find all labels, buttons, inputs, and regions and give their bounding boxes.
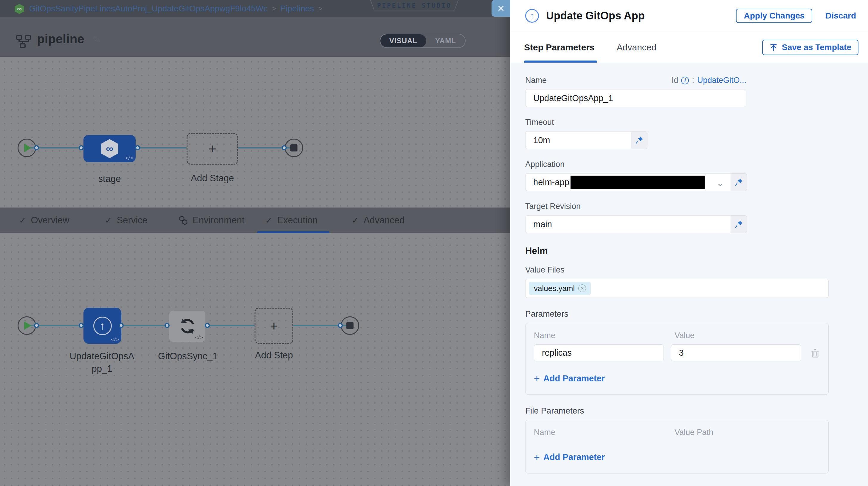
stage-node[interactable]: ∞ </> [84,135,135,162]
add-step-label: Add Step [244,350,304,361]
infinity-glyph: ∞ [17,5,22,13]
tab-step-parameters[interactable]: Step Parameters [524,42,595,53]
info-icon[interactable]: i [681,77,689,84]
target-revision-input[interactable]: main [525,215,731,233]
plus-icon: + [270,318,278,334]
parameter-value-input[interactable]: 3 [671,344,802,361]
pipeline-end-node [285,139,303,157]
tab-advanced[interactable]: ✓ Advanced [352,208,404,233]
helm-section-heading: Helm [525,246,868,256]
close-drawer-button[interactable]: ✕ [492,0,510,17]
breadcrumb-pipelines-link[interactable]: Pipelines [280,4,314,13]
save-as-template-label: Save as Template [782,43,851,52]
value-file-tag-label: values.yaml [534,284,575,293]
gitops-project-icon: ∞ [14,4,25,14]
tab-service[interactable]: ✓ Service [105,208,148,233]
stop-icon [290,144,298,151]
name-input[interactable]: UpdateGitOpsApp_1 [525,89,746,107]
drawer-tabs: Step Parameters Advanced Save as Templat… [510,32,868,63]
timeout-field-label: Timeout [525,118,868,127]
plus-icon: + [534,373,540,384]
update-app-icon: ↑ [93,317,112,335]
drawer-header: ↑ Update GitOps App Apply Changes Discar… [510,0,868,32]
tab-label: Advanced [363,215,404,226]
value-files-input[interactable]: values.yaml ✕ [525,279,829,298]
name-field-label: Name [525,76,547,85]
drawer-body: Name Id i : UpdateGitO... UpdateGitOpsAp… [510,63,868,486]
pipeline-hierarchy-icon [16,34,32,49]
update-gitops-app-step-label: UpdateGitOpsA [57,351,147,362]
timeout-input[interactable]: 10m [525,131,631,149]
pin-icon [735,178,743,187]
tab-advanced-drawer[interactable]: Advanced [617,42,656,53]
pin-icon [635,136,644,145]
close-icon: ✕ [497,3,505,14]
connector-port [34,145,39,150]
update-gitops-app-step-node[interactable]: ↑ </> [84,308,121,344]
application-field-label: Application [525,160,868,169]
application-select[interactable]: helm-app ⌄ [525,173,731,191]
stop-icon [346,322,353,329]
file-add-parameter-button[interactable]: + Add Parameter [534,451,820,463]
parameter-row: replicas 3 [534,344,820,361]
visual-toggle-button[interactable]: VISUAL [380,34,426,48]
add-stage-button[interactable]: + [187,133,238,164]
add-step-button[interactable]: + [254,308,293,344]
save-as-template-button[interactable]: Save as Template [762,40,859,55]
add-stage-label: Add Stage [187,173,238,184]
tab-label: Environment [192,215,244,226]
step-id-row: Id i : UpdateGitO... [672,76,746,85]
breadcrumb-project-link[interactable]: GitOpsSanityPipeLinesAutoProj_UpdateGitO… [29,4,268,13]
pipeline-title: pipeline [37,32,84,46]
chevron-down-icon[interactable]: ⌄ [717,178,724,188]
check-icon: ✓ [105,216,112,225]
tab-execution[interactable]: ✓ Execution [265,208,318,233]
parameter-name-input[interactable]: replicas [534,344,664,361]
apply-changes-label: Apply Changes [744,11,805,21]
edit-pencil-icon[interactable]: ✎ [92,33,101,45]
visual-yaml-toggle: VISUAL YAML [380,34,466,48]
application-pin-button[interactable] [731,173,747,191]
connector-port [282,145,287,150]
add-parameter-label: Add Parameter [544,373,605,384]
application-input-group: helm-app ⌄ [525,173,868,191]
connector-port [79,145,84,150]
yaml-toggle-button[interactable]: YAML [426,34,465,48]
infinity-glyph: ∞ [106,143,113,154]
plus-icon: + [534,451,540,463]
top-bar: ∞ GitOpsSanityPipeLinesAutoProj_UpdateGi… [0,0,510,17]
remove-tag-icon[interactable]: ✕ [578,284,586,292]
stage-node-label: stage [84,174,135,184]
file-parameters-value-path-column-header: Value Path [675,428,713,437]
parameters-card: Name Value replicas 3 + Add Parameter [525,323,829,395]
add-parameter-button[interactable]: + Add Parameter [534,373,820,384]
id-label: Id [672,76,678,85]
connector-port [205,323,210,328]
update-gitops-app-step-label-line2: pp_1 [57,363,147,374]
value-file-tag: values.yaml ✕ [529,282,591,295]
drawer-title: Update GitOps App [546,9,645,22]
pipeline-title-bar: pipeline ✎ VISUAL YAML [0,17,510,57]
execution-canvas: ↑ </> </> + UpdateGitOpsA [0,233,510,486]
play-icon [24,144,31,152]
tab-label: Overview [31,215,69,226]
parameters-name-column-header: Name [534,331,675,340]
target-revision-pin-button[interactable] [731,215,747,233]
execution-end-node [341,316,359,335]
active-tab-underline [257,231,330,233]
parameters-section-label: Parameters [525,309,868,319]
parameters-value-column-header: Value [675,331,694,340]
tab-environment[interactable]: Environment [179,208,244,233]
gitops-sync-step-node[interactable]: </> [169,311,206,342]
discard-button[interactable]: Discard [826,11,856,21]
apply-changes-button[interactable]: Apply Changes [736,9,812,23]
up-arrow-glyph: ↑ [530,11,534,21]
step-config-drawer: ✕ ↑ Update GitOps App Apply Changes Disc… [510,0,868,486]
timeout-pin-button[interactable] [631,131,647,149]
id-value-link[interactable]: UpdateGitO... [697,76,746,85]
delete-parameter-icon[interactable] [810,348,820,358]
tab-overview[interactable]: ✓ Overview [19,208,69,233]
target-revision-input-group: main [525,215,868,233]
check-icon: ✓ [352,216,359,225]
breadcrumb: GitOpsSanityPipeLinesAutoProj_UpdateGitO… [29,0,322,17]
